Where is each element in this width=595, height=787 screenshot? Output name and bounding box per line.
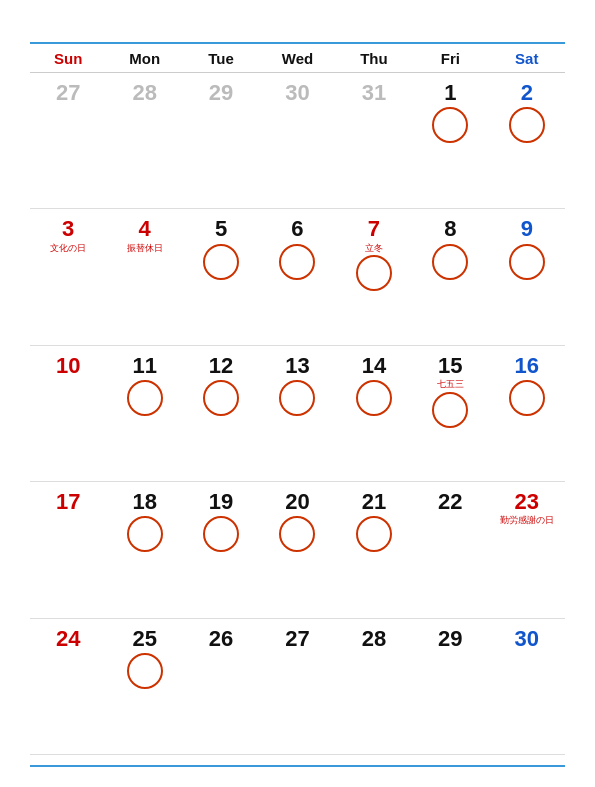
day-circle [279,244,315,280]
day-number: 15 [438,354,462,378]
day-number: 26 [209,627,233,651]
day-cell: 16 [489,350,565,477]
day-cell: 6 [259,213,335,340]
day-number: 20 [285,490,309,514]
day-number: 31 [362,81,386,105]
calendar-page: SunMonTueWedThuFriSat 2728293031123文化の日4… [0,0,595,787]
day-number: 12 [209,354,233,378]
day-cell: 18 [106,486,182,613]
day-number: 24 [56,627,80,651]
week-row-2: 3文化の日4振替休日567立冬89 [30,209,565,345]
day-cell: 10 [30,350,106,477]
day-number: 7 [368,217,380,241]
day-label: 立冬 [365,243,383,254]
day-number: 16 [515,354,539,378]
day-circle [203,244,239,280]
day-number: 2 [521,81,533,105]
day-header-thu: Thu [336,50,412,67]
day-cell: 9 [489,213,565,340]
day-number: 28 [132,81,156,105]
day-header-mon: Mon [106,50,182,67]
day-number: 27 [285,627,309,651]
bottom-divider [30,765,565,767]
day-number: 22 [438,490,462,514]
day-circle [509,380,545,416]
day-number: 27 [56,81,80,105]
day-number: 29 [438,627,462,651]
day-cell: 12 [183,350,259,477]
day-circle [203,380,239,416]
day-cell: 28 [106,77,182,204]
day-number: 1 [444,81,456,105]
day-cell: 11 [106,350,182,477]
day-circle [356,255,392,291]
day-label: 振替休日 [127,243,163,254]
day-circle [356,516,392,552]
day-circle [356,380,392,416]
day-circle [279,380,315,416]
day-label: 勤労感謝の日 [500,515,554,526]
day-cell: 1 [412,77,488,204]
day-number: 10 [56,354,80,378]
day-number: 25 [132,627,156,651]
day-cell: 2 [489,77,565,204]
day-circle [432,244,468,280]
week-row-1: 272829303112 [30,73,565,209]
day-header-fri: Fri [412,50,488,67]
day-number: 13 [285,354,309,378]
day-number: 30 [285,81,309,105]
week-row-5: 24252627282930 [30,619,565,755]
day-cell: 3文化の日 [30,213,106,340]
day-cell: 17 [30,486,106,613]
day-cell: 28 [336,623,412,750]
day-cell: 31 [336,77,412,204]
day-circle [509,107,545,143]
day-cell: 24 [30,623,106,750]
day-cell: 20 [259,486,335,613]
day-cell: 5 [183,213,259,340]
day-number: 11 [132,354,156,378]
day-number: 21 [362,490,386,514]
day-circle [509,244,545,280]
week-row-4: 17181920212223勤労感謝の日 [30,482,565,618]
day-label: 文化の日 [50,243,86,254]
day-circle [203,516,239,552]
day-number: 9 [521,217,533,241]
day-number: 14 [362,354,386,378]
calendar-header [30,24,565,36]
day-cell: 29 [183,77,259,204]
day-circle [432,392,468,428]
day-cell: 8 [412,213,488,340]
day-header-sun: Sun [30,50,106,67]
day-cell: 25 [106,623,182,750]
day-number: 28 [362,627,386,651]
day-number: 30 [515,627,539,651]
day-header-sat: Sat [489,50,565,67]
day-circle [127,516,163,552]
day-label: 七五三 [437,379,464,390]
day-cell: 19 [183,486,259,613]
day-circle [432,107,468,143]
day-cell: 23勤労感謝の日 [489,486,565,613]
calendar-grid: SunMonTueWedThuFriSat 2728293031123文化の日4… [30,44,565,755]
day-cell: 27 [30,77,106,204]
day-header-tue: Tue [183,50,259,67]
year-info [561,24,565,28]
day-number: 18 [132,490,156,514]
day-header-wed: Wed [259,50,335,67]
day-number: 6 [291,217,303,241]
day-cell: 30 [259,77,335,204]
day-cell: 7立冬 [336,213,412,340]
day-cell: 27 [259,623,335,750]
day-cell: 30 [489,623,565,750]
day-cell: 4振替休日 [106,213,182,340]
day-number: 23 [515,490,539,514]
day-number: 3 [62,217,74,241]
day-circle [127,380,163,416]
day-headers-row: SunMonTueWedThuFriSat [30,44,565,73]
day-circle [127,653,163,689]
day-number: 8 [444,217,456,241]
day-number: 29 [209,81,233,105]
day-cell: 22 [412,486,488,613]
day-circle [279,516,315,552]
